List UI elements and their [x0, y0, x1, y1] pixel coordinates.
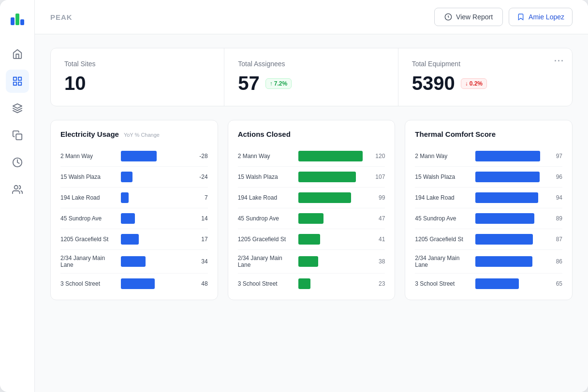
bar-value: 23: [371, 280, 385, 287]
download-icon: [444, 13, 452, 21]
sidebar-item-home[interactable]: [6, 43, 29, 66]
bar-label: 45 Sundrop Ave: [415, 215, 470, 222]
badge-up: ↑ 7.2%: [265, 78, 292, 89]
more-options-icon[interactable]: ···: [554, 56, 564, 66]
bar-label: 2/34 Janary Main Lane: [415, 255, 470, 268]
bar-label: 45 Sundrop Ave: [238, 215, 294, 222]
chart-subtitle: YoY % Change: [124, 132, 160, 138]
bar-label: 2 Mann Way: [415, 153, 470, 160]
app-title: PEAK: [50, 13, 73, 21]
bar-value: 99: [371, 194, 385, 201]
bar-label: 194 Lake Road: [60, 194, 116, 201]
stat-total-equipment: ··· Total Equipment 5390 ↓ 0.2%: [398, 48, 572, 106]
bar-row: 2/34 Janary Main Lane 86: [415, 250, 562, 274]
svg-rect-4: [18, 77, 21, 80]
bar-value: 107: [371, 174, 385, 180]
bar-value: 120: [371, 153, 385, 160]
svg-rect-8: [16, 134, 22, 140]
stat-total-assignees: Total Assignees 57 ↑ 7.2%: [224, 48, 398, 106]
main-content: PEAK View Report Amie Lopez: [35, 0, 588, 392]
bar-row: 1205 Gracefield St 17: [60, 229, 208, 250]
bar-label: 15 Walsh Plaza: [60, 174, 116, 180]
sidebar-item-layers[interactable]: [6, 97, 29, 120]
bar-label: 2 Mann Way: [238, 153, 294, 160]
bar-fill: [121, 192, 129, 203]
bar-value: 17: [194, 236, 208, 243]
bar-row: 2/34 Janary Main Lane 34: [60, 250, 208, 274]
bar-value: 7: [194, 194, 208, 201]
svg-marker-7: [13, 104, 21, 108]
electricity-chart: Electricity Usage YoY % Change 2 Mann Wa…: [50, 120, 218, 300]
sidebar: [0, 0, 35, 392]
svg-rect-5: [18, 82, 21, 85]
bar-value: 89: [549, 215, 562, 222]
bar-label: 3 School Street: [60, 280, 116, 287]
bar-row: 3 School Street 48: [60, 274, 208, 294]
bar-row: 15 Walsh Plaza 107: [238, 167, 385, 188]
bar-fill: [298, 192, 352, 203]
bar-row: 3 School Street 65: [415, 274, 562, 294]
bar-label: 1205 Gracefield St: [238, 236, 294, 243]
bar-fill: [121, 256, 146, 267]
bar-value: 86: [549, 258, 562, 265]
chart-title: Thermal Comfort Score: [415, 130, 496, 138]
bar-fill: [121, 172, 132, 182]
bar-fill: [298, 278, 310, 289]
bar-label: 194 Lake Road: [415, 194, 470, 201]
bar-value: 14: [194, 215, 208, 222]
bar-label: 15 Walsh Plaza: [415, 174, 470, 180]
bar-label: 2/34 Janary Main Lane: [238, 255, 294, 268]
bar-value: 94: [549, 194, 562, 201]
bar-fill: [298, 213, 323, 224]
bar-value: 97: [549, 153, 562, 160]
bar-row: 15 Walsh Plaza -24: [60, 167, 208, 188]
bar-row: 194 Lake Road 7: [60, 188, 208, 208]
chart-title: Electricity Usage: [60, 130, 119, 138]
sidebar-item-reports[interactable]: [6, 151, 29, 174]
bar-fill: [475, 256, 532, 267]
bar-label: 15 Walsh Plaza: [238, 174, 294, 180]
bar-value: -28: [194, 153, 208, 160]
bar-value: 96: [549, 174, 562, 180]
electricity-bars: 2 Mann Way -28 15 Walsh Plaza -24 194 La…: [60, 146, 208, 294]
bar-fill: [298, 234, 320, 245]
bar-fill: [298, 172, 356, 182]
bar-row: 1205 Gracefield St 41: [238, 229, 385, 250]
dashboard-body: Total Sites 10 Total Assignees 57 ↑ 7.2%: [35, 34, 588, 392]
bar-value: 34: [194, 258, 208, 265]
bar-row: 194 Lake Road 99: [238, 188, 385, 208]
bar-row: 2 Mann Way -28: [60, 146, 208, 167]
bar-label: 1205 Gracefield St: [415, 236, 470, 243]
stat-value: 57: [238, 73, 260, 94]
bar-value: 47: [371, 215, 385, 222]
bar-row: 2 Mann Way 120: [238, 146, 385, 167]
svg-rect-3: [13, 77, 16, 80]
app-logo: [9, 10, 26, 29]
bar-row: 45 Sundrop Ave 14: [60, 208, 208, 229]
bar-row: 15 Walsh Plaza 96: [415, 167, 562, 188]
bar-fill: [121, 151, 157, 161]
sidebar-item-users[interactable]: [6, 178, 29, 201]
view-report-button[interactable]: View Report: [434, 8, 503, 26]
bar-label: 45 Sundrop Ave: [60, 215, 116, 222]
sidebar-item-dashboard[interactable]: [6, 70, 29, 93]
chart-title: Actions Closed: [238, 130, 291, 138]
user-button[interactable]: Amie Lopez: [509, 8, 573, 26]
bar-fill: [475, 234, 533, 245]
sidebar-item-copy[interactable]: [6, 124, 29, 147]
bar-fill: [121, 234, 139, 245]
thermal-chart: Thermal Comfort Score 2 Mann Way 97 15 W…: [405, 120, 573, 300]
bar-label: 1205 Gracefield St: [60, 236, 116, 243]
bar-fill: [475, 278, 519, 289]
stat-label: Total Equipment: [412, 60, 559, 68]
stat-label: Total Assignees: [238, 60, 384, 68]
bar-value: 87: [549, 236, 562, 243]
bar-value: 41: [371, 236, 385, 243]
bar-fill: [298, 151, 363, 161]
bar-row: 45 Sundrop Ave 89: [415, 208, 562, 229]
stat-value: 5390: [412, 73, 455, 94]
bar-label: 2 Mann Way: [60, 153, 116, 160]
thermal-bars: 2 Mann Way 97 15 Walsh Plaza 96 194 Lake…: [415, 146, 562, 294]
bar-row: 2 Mann Way 97: [415, 146, 562, 167]
bar-value: 38: [371, 258, 385, 265]
